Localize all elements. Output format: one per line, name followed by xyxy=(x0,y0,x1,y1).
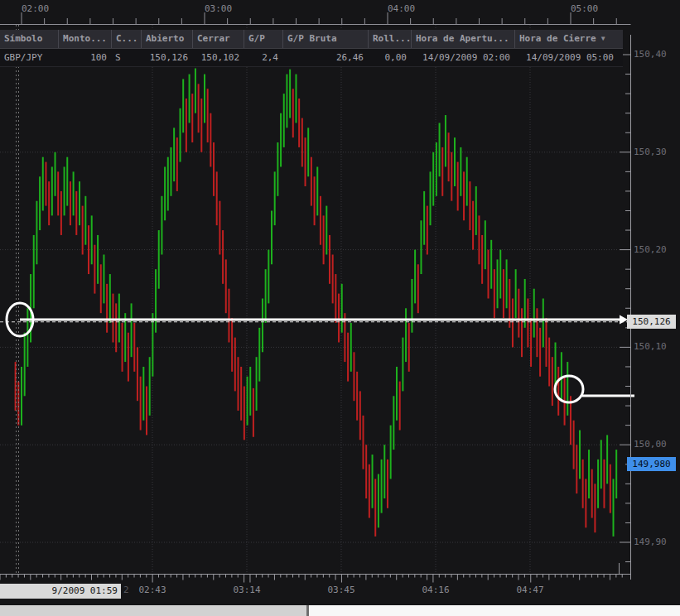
cell-simbolo: GBP/JPY xyxy=(0,49,58,66)
cell-gp: 2,4 xyxy=(244,49,282,66)
cursor-date-tag: 9/2009 01:59 xyxy=(0,584,121,599)
bottom-axis-label: 04:16 xyxy=(422,585,449,595)
bottom-axis-label: 02:43 xyxy=(138,585,166,595)
bottom-scroll-area-left[interactable] xyxy=(0,605,306,616)
col-header-c[interactable]: C... xyxy=(111,30,141,48)
top-axis-label: 05:00 xyxy=(571,3,598,14)
trading-window: 02:00 03:00 04:00 05:00 Símbolo Monto...… xyxy=(0,0,680,616)
top-axis-label: 03:00 xyxy=(205,3,232,14)
bottom-axis-label: 04:47 xyxy=(516,585,543,595)
cell-tipo: S xyxy=(111,49,141,66)
price-chart[interactable] xyxy=(0,0,680,616)
sort-descending-icon[interactable]: ▼ xyxy=(601,30,605,48)
bottom-axis-label-partial: 2 xyxy=(123,585,129,595)
cell-abierto: 150,126 xyxy=(141,49,192,66)
open-positions-table: Símbolo Monto... C... Abierto Cerrar G/P… xyxy=(0,30,623,67)
price-tick-label: 150,00 xyxy=(634,437,667,452)
cell-cerrar: 150,102 xyxy=(192,49,244,66)
cell-hora-cierre: 14/09/2009 05:00 xyxy=(514,49,618,66)
position-row[interactable]: GBP/JPY 100 S 150,126 150,102 2,4 26,46 … xyxy=(0,49,623,67)
bottom-axis-label: 03:14 xyxy=(233,585,260,595)
col-header-simbolo[interactable]: Símbolo xyxy=(0,30,58,48)
col-header-gp-bruta[interactable]: G/P Bruta xyxy=(282,30,368,48)
top-axis-label: 04:00 xyxy=(388,3,415,14)
price-tick-label: 149,90 xyxy=(634,535,667,550)
cell-roll: 0,00 xyxy=(368,49,411,66)
table-header-row: Símbolo Monto... C... Abierto Cerrar G/P… xyxy=(0,30,623,49)
price-tick-label: 150,10 xyxy=(634,339,667,354)
col-header-monto[interactable]: Monto... xyxy=(58,30,111,48)
bottom-axis-label: 03:45 xyxy=(327,585,354,595)
price-tick-label: 150,20 xyxy=(634,243,667,257)
cell-monto: 100 xyxy=(58,49,111,66)
top-axis-label: 02:00 xyxy=(22,3,49,14)
col-header-hora-cierre[interactable]: Hora de Cierre▼ xyxy=(514,30,618,48)
price-tick-label: 150,40 xyxy=(634,47,667,62)
last-price-tag: 149,980 xyxy=(627,457,676,471)
open-price-tag: 150,126 xyxy=(627,315,676,329)
price-tick-label: 150,30 xyxy=(634,145,667,160)
col-header-cerrar[interactable]: Cerrar xyxy=(192,30,244,48)
window-bottom-bar xyxy=(0,605,680,616)
cell-hora-apertura: 14/09/2009 02:00 xyxy=(411,49,514,66)
cell-gp-bruta: 26,46 xyxy=(282,49,368,66)
col-header-gp[interactable]: G/P xyxy=(244,30,282,48)
bottom-scroll-area-right[interactable] xyxy=(309,605,680,616)
col-header-roll[interactable]: Roll... xyxy=(368,30,411,48)
col-header-abierto[interactable]: Abierto xyxy=(141,30,192,48)
col-header-hora-apertura[interactable]: Hora de Apertu... xyxy=(411,30,514,48)
